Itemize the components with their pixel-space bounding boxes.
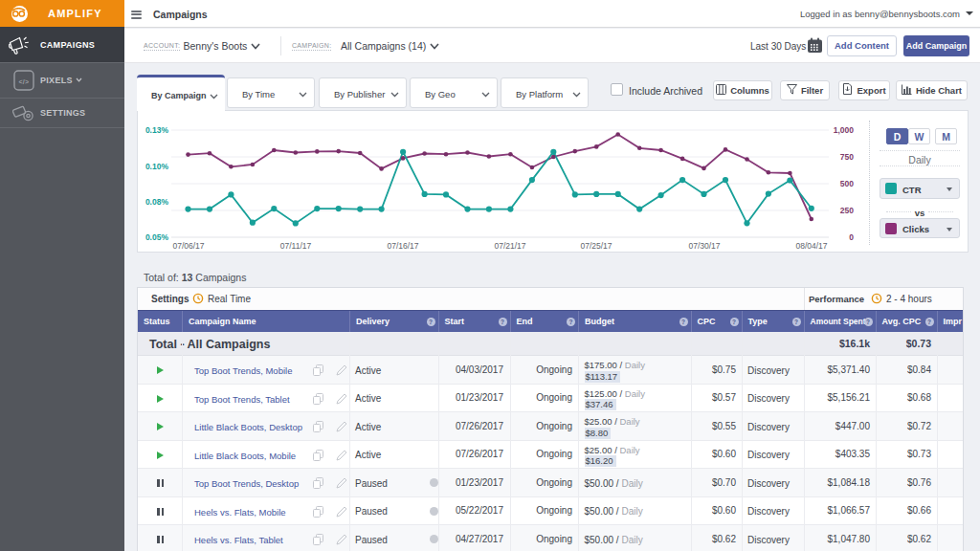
- svg-text:</>: </>: [18, 78, 29, 85]
